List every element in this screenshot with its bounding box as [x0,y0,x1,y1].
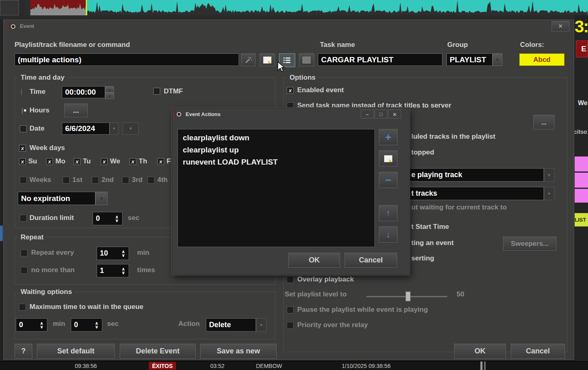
day-mo-checkbox[interactable]: x [46,158,53,165]
remove-action-button[interactable]: − [379,172,398,188]
actions-list[interactable]: clearplaylist down clearplaylist up rune… [178,129,375,247]
day-su-checkbox[interactable]: x [19,158,26,165]
repeat-title: Repeat [18,233,46,241]
move-down-button[interactable]: ↓ [379,226,398,243]
repeat-every-checkbox[interactable] [21,249,27,256]
chevron-down-icon[interactable]: ∨ [40,325,44,329]
waveform-graphic [25,0,588,15]
dtmf-checkbox[interactable] [153,88,160,95]
action-list-item[interactable]: runevent LOAD PLAYLIST [183,156,370,168]
week-3rd-checkbox[interactable] [122,177,129,184]
chevron-down-icon[interactable]: ∨ [95,325,99,329]
max-wait-checkbox[interactable] [19,304,26,311]
overlay-playback-checkbox[interactable] [287,276,294,283]
expiration-select[interactable]: No expiration [18,192,95,205]
pause-playlist-label: Pause the playlist while event is playin… [297,306,428,314]
maximize-button[interactable]: □ [374,110,387,118]
disabled-tool-button[interactable] [299,53,314,66]
action-list-item[interactable]: clearplaylist up [183,144,370,156]
add-action-button[interactable]: + [379,129,398,145]
side-pink-row[interactable] [575,189,588,203]
time-spinner[interactable]: ▲ ▼ [105,86,114,99]
playlist-level-slider-thumb[interactable] [406,292,410,301]
side-pink-row[interactable] [575,156,588,171]
group-select[interactable]: PLAYLIST [446,53,493,66]
chevron-down-icon[interactable]: ∨ [122,271,125,275]
task-name-input[interactable]: CARGAR PLAYLIST [318,53,442,66]
duration-limit-spinner[interactable]: ∧ ∨ [113,213,121,224]
group-dropdown-button[interactable]: ▼ [493,53,502,66]
filename-input[interactable]: (multiple actions) [15,53,239,66]
side-pink-row[interactable] [575,173,588,188]
action-select[interactable]: Delete [206,318,256,332]
time-radio[interactable] [21,88,22,96]
weeks-checkbox[interactable] [20,177,27,184]
side-red-badge[interactable]: E [576,40,588,57]
date-checkbox[interactable] [20,125,27,132]
wait-sec-unit: sec [107,320,118,328]
chevron-down-icon: ▼ [548,173,551,177]
chevron-down-icon: ▼ [112,127,116,131]
expiration-dropdown-button[interactable]: ▼ [95,192,108,205]
time-input[interactable]: 00:00:00 [62,86,105,98]
enabled-event-checkbox[interactable]: x [287,87,294,94]
playing-track-select[interactable]: e playing track [408,168,544,182]
help-button[interactable]: ? [15,344,32,359]
date-input[interactable]: 6/6/2024 [62,123,110,135]
date-extra-dropdown-button[interactable]: ▼ [123,123,139,135]
week-1st-checkbox[interactable] [63,177,70,184]
duration-limit-checkbox[interactable] [20,215,27,222]
start-if-stopped-label-fragment: topped [411,148,434,156]
options-more-button[interactable]: ... [533,115,554,129]
close-button[interactable]: × [388,110,401,118]
move-up-button[interactable]: ↑ [379,205,398,221]
insert-tracks-dropdown-button[interactable]: ▼ [544,187,554,200]
wand-button[interactable] [241,53,256,66]
close-button[interactable]: × [552,21,569,32]
set-default-button[interactable]: Set default [37,344,115,359]
week-days-label: Week days [30,144,65,152]
day-fr-checkbox[interactable]: x [157,158,164,165]
action-list-item[interactable]: clearplaylist down [183,132,370,144]
day-th-checkbox[interactable]: x [129,158,136,165]
sweepers-button[interactable]: Sweepers... [503,237,556,251]
chevron-down-icon[interactable]: ∨ [115,219,119,222]
side-list-row[interactable]: LIST [575,213,588,226]
pause-playlist-checkbox[interactable] [287,307,294,313]
day-tu-checkbox[interactable]: x [74,158,80,165]
minimize-button[interactable]: – [361,110,374,118]
weeks-label: Weeks [30,176,51,184]
ok-button[interactable]: OK [288,253,340,268]
hours-more-button[interactable]: ... [64,104,88,117]
date-dropdown-button[interactable]: ▼ [110,123,118,135]
notepad-icon [384,155,392,162]
deck-box [0,0,19,15]
edit-file-button[interactable] [260,53,275,66]
day-we-checkbox[interactable]: x [101,158,108,165]
repeat-every-spinner[interactable]: ∧ ∨ [119,248,127,259]
ok-button[interactable]: OK [454,344,506,359]
colors-button[interactable]: Abcd [519,53,565,66]
delete-event-button[interactable]: Delete Event [120,344,196,359]
no-more-than-checkbox[interactable] [21,267,27,274]
week-days-checkbox[interactable]: x [19,145,26,152]
week-4th-checkbox[interactable] [148,177,154,184]
action-dropdown-button[interactable]: ▼ [256,318,267,332]
hours-radio[interactable] [22,107,23,115]
edit-action-button[interactable] [379,150,398,167]
spin-down-icon[interactable]: ▼ [105,93,114,99]
wait-sec-spinner[interactable]: ∧ ∨ [93,319,101,330]
no-more-than-spinner[interactable]: ∧ ∨ [119,265,127,276]
cancel-button[interactable]: Cancel [511,344,565,359]
cancel-button[interactable]: Cancel [345,253,397,268]
waveform-bar[interactable] [25,0,588,15]
playing-track-dropdown-button[interactable]: ▼ [544,168,554,182]
chevron-down-icon[interactable]: ∨ [122,254,125,257]
priority-relay-checkbox[interactable] [287,322,294,329]
week-2nd-checkbox[interactable] [92,177,99,184]
wait-min-spinner[interactable]: ∧ ∨ [38,319,46,330]
insert-tracks-select[interactable]: t tracks [408,187,544,200]
spin-up-icon[interactable]: ▲ [105,86,114,93]
filename-label: Playlist/track filename or command [15,41,130,49]
save-as-new-button[interactable]: Save as new [200,344,277,359]
